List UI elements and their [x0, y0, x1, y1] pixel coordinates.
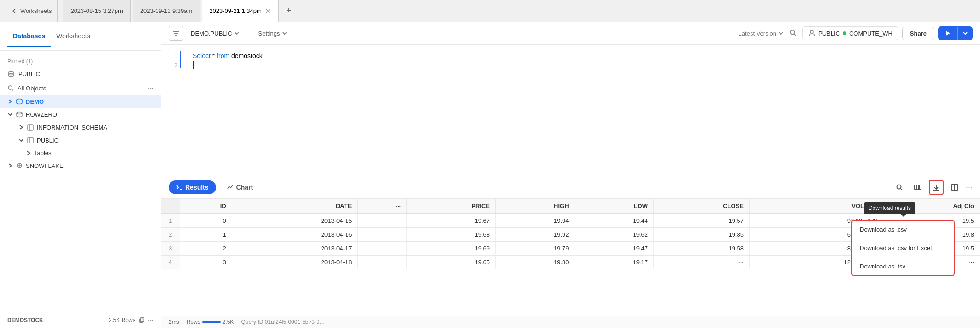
split-view-button[interactable] — [947, 180, 962, 195]
download-csv-excel[interactable]: Download as .csv for Excel — [852, 239, 954, 257]
download-dropdown-list: Download as .csv Download as .csv for Ex… — [852, 221, 954, 275]
status-dot — [843, 31, 846, 35]
chart-icon — [227, 184, 234, 191]
chevron-down-icon — [18, 137, 24, 143]
tree-item-public[interactable]: PUBLIC — [0, 134, 161, 147]
chevron-down-icon — [282, 30, 288, 36]
chevron-down-icon — [962, 30, 968, 36]
tree-item-information-schema[interactable]: INFORMATION_SCHEMA — [0, 121, 161, 134]
svg-marker-22 — [946, 31, 950, 36]
run-button[interactable] — [938, 26, 973, 40]
col-id[interactable]: ID — [180, 199, 232, 214]
row-num-2: 2 — [161, 228, 180, 242]
main-header: DEMO.PUBLIC Settings Latest Version — [161, 22, 980, 45]
svg-rect-7 — [28, 125, 33, 130]
back-label: Worksheets — [20, 7, 52, 14]
share-button[interactable]: Share — [902, 27, 934, 40]
schema-icon — [27, 124, 34, 131]
user-compute-badge[interactable]: PUBLIC COMPUTE_WH — [802, 26, 898, 40]
results-tab[interactable]: Results — [169, 180, 216, 194]
code-editor[interactable]: 1 Select * from demostock 2 — [161, 45, 980, 176]
copy-icon[interactable] — [138, 317, 145, 323]
tab-2[interactable]: 2023-09-13 9:39am — [133, 0, 200, 22]
chevron-down-icon — [7, 112, 13, 117]
search-results-button[interactable] — [892, 180, 907, 195]
tree-label-snowflake: SNOWFLAKE — [26, 162, 64, 169]
top-tab-bar: Worksheets 2023-08-15 3:27pm 2023-09-13 … — [0, 0, 980, 22]
back-to-worksheets[interactable]: Worksheets — [6, 0, 58, 22]
all-objects-menu[interactable]: ··· — [147, 84, 153, 92]
sidebar: Databases Worksheets Pinned (1) PUBLIC — [0, 22, 161, 328]
main-content: DEMO.PUBLIC Settings Latest Version — [161, 22, 980, 328]
download-tsv[interactable]: Download as .tsv — [852, 257, 954, 275]
columns-layout-button[interactable] — [910, 180, 925, 195]
tab-3[interactable]: 2023-09-21 1:34pm — [202, 0, 278, 22]
tree-item-tables[interactable]: Tables — [0, 147, 161, 159]
query-time: 2ms — [169, 319, 179, 325]
play-icon — [945, 30, 951, 36]
search-icon — [7, 85, 14, 91]
svg-point-2 — [8, 72, 14, 74]
rows-count: Rows 2.5K — [187, 319, 234, 325]
tab-worksheets[interactable]: Worksheets — [51, 26, 96, 47]
tree-label-tables: Tables — [34, 149, 52, 156]
row-count: 2.5K Rows ··· — [109, 316, 153, 324]
header-right: Latest Version PUBLIC COMPUT — [739, 26, 973, 40]
row-num-4: 4 — [161, 256, 180, 269]
database-icon — [16, 111, 23, 118]
svg-line-25 — [900, 189, 902, 191]
schema-icon — [27, 137, 34, 144]
col-low[interactable]: LOW — [575, 199, 653, 214]
chevron-right-icon — [18, 125, 24, 130]
tab-1[interactable]: 2023-08-15 3:27pm — [63, 0, 130, 22]
download-dropdown: Download as .csv Download as .csv for Ex… — [851, 220, 955, 276]
latest-version-selector[interactable]: Latest Version — [739, 30, 784, 37]
download-csv[interactable]: Download as .csv — [852, 221, 954, 239]
active-line-indicator — [180, 51, 181, 68]
bottom-db-name: DEMOSTOCK — [7, 317, 43, 323]
chart-tab[interactable]: Chart — [220, 180, 261, 194]
more-options-button[interactable]: ··· — [966, 183, 973, 192]
tree-item-snowflake[interactable]: SNOWFLAKE — [0, 159, 161, 172]
main-layout: Databases Worksheets Pinned (1) PUBLIC — [0, 22, 980, 328]
progress-bar — [202, 321, 221, 323]
add-tab-button[interactable]: + — [281, 3, 297, 19]
run-dropdown[interactable] — [957, 27, 973, 40]
row-num-1: 1 — [161, 214, 180, 228]
run-main[interactable] — [938, 26, 957, 40]
search-icon-button[interactable] — [787, 27, 798, 40]
tree-label-rowzero: ROWZERO — [26, 111, 57, 118]
sidebar-header: Databases Worksheets — [0, 22, 161, 51]
database-icon — [16, 98, 23, 105]
tree-item-rowzero[interactable]: ROWZERO — [0, 108, 161, 121]
schema-selector[interactable]: DEMO.PUBLIC — [187, 28, 243, 39]
svg-rect-9 — [28, 137, 33, 143]
svg-line-20 — [794, 34, 796, 36]
pinned-section-label: Pinned (1) — [0, 54, 161, 66]
download-button[interactable] — [929, 180, 944, 195]
results-icon — [176, 184, 182, 191]
tree-item-demo[interactable]: DEMO — [0, 95, 161, 108]
svg-point-21 — [810, 30, 813, 33]
results-actions: ··· — [892, 180, 973, 195]
tree-label-demo: DEMO — [26, 98, 44, 105]
all-objects-row[interactable]: All Objects ··· — [0, 81, 161, 95]
tab-databases[interactable]: Databases — [7, 26, 51, 47]
sidebar-bottom: DEMOSTOCK 2.5K Rows ··· — [0, 312, 161, 328]
svg-line-4 — [12, 89, 13, 90]
col-volume[interactable]: VOLUME — [749, 199, 883, 214]
code-line-2: 2 — [169, 61, 973, 70]
col-ellipsis[interactable]: ··· — [358, 199, 407, 214]
filter-button[interactable] — [169, 26, 183, 41]
settings-button[interactable]: Settings — [255, 28, 291, 39]
col-close[interactable]: CLOSE — [653, 199, 749, 214]
col-date[interactable]: DATE — [232, 199, 358, 214]
sidebar-bottom-menu[interactable]: ··· — [147, 316, 153, 324]
col-price[interactable]: PRICE — [407, 199, 496, 214]
code-line-1: 1 Select * from demostock — [169, 52, 973, 60]
col-high[interactable]: HIGH — [496, 199, 575, 214]
svg-point-19 — [791, 30, 795, 34]
status-bar: 2ms Rows 2.5K Query ID 01af24f5-0001-5b7… — [161, 316, 980, 328]
svg-point-5 — [17, 99, 22, 101]
sidebar-pinned-public[interactable]: PUBLIC — [0, 66, 161, 81]
